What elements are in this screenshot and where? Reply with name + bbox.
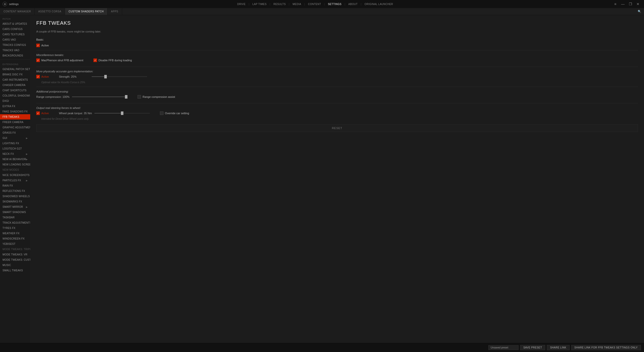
- close-button[interactable]: ✕: [634, 1, 641, 8]
- sidebar-item-rain-fx[interactable]: RAIN FX: [0, 183, 30, 188]
- sidebar-item-nice-screenshots[interactable]: NICE SCREENSHOTS: [0, 172, 30, 178]
- sidebar-item-grass-fx[interactable]: GRASS FX: [0, 130, 30, 135]
- sidebar-item-skidmarks-fx[interactable]: SKIDMARKS FX: [0, 199, 30, 204]
- tab-custom-shaders-patch[interactable]: CUSTOM SHADERS PATCH: [65, 8, 107, 15]
- sidebar-item-logitech-g27[interactable]: LOGITECH G27: [0, 146, 30, 151]
- gyro-hint: Optimal value for Assetto Corsa is 25%.: [41, 81, 638, 84]
- sidebar-item-particles-fx[interactable]: PARTICLES FX ▶: [0, 178, 30, 183]
- sidebar-item-smart-shadows[interactable]: SMART SHADOWS: [0, 210, 30, 215]
- nav-drive[interactable]: DRIVE: [237, 3, 246, 6]
- macpherson-checkbox[interactable]: [36, 58, 40, 62]
- sidebar-item-dxgi[interactable]: DXGI: [0, 98, 30, 104]
- share-ffb-link-button[interactable]: Share link for FFB Tweaks settings only: [571, 345, 641, 350]
- arrow-icon-3: ▶: [26, 137, 28, 139]
- output-active-checkbox[interactable]: [36, 111, 40, 115]
- range-compression-row: Range compression: 100%: [36, 95, 127, 98]
- nav-original-launcher[interactable]: ORIGINAL LAUNCHER: [364, 3, 393, 6]
- output-hint: Intended for Direct Drive Wheel users on…: [41, 118, 638, 120]
- nav-separator-4: |: [304, 3, 305, 6]
- sidebar-item-chat-shortcuts[interactable]: CHAT SHORTCUTS: [0, 88, 30, 93]
- sidebar-item-gui[interactable]: GUI ▶: [0, 135, 30, 141]
- restore-button[interactable]: ❐: [627, 1, 634, 8]
- range-compression-label: Range compression: 100%: [36, 95, 70, 98]
- sidebar-item-mode-tweaks-custom[interactable]: MODE TWEAKS: CUSTOM ▶: [0, 257, 30, 262]
- sidebar-item-fake-shadows[interactable]: FAKE SHADOWS FX: [0, 109, 30, 114]
- sidebar-item-general-patch[interactable]: GENERAL PATCH SETTINGS ▶: [0, 67, 30, 72]
- wheel-torque-row: Wheel peak torque: 35 Nm: [59, 112, 150, 115]
- arrow-icon-8: ▶: [26, 206, 28, 208]
- minimize-button[interactable]: —: [619, 1, 626, 8]
- disable-ffb-checkbox[interactable]: [93, 58, 97, 62]
- tab-content-manager[interactable]: CONTENT MANAGER: [0, 8, 35, 15]
- sidebar-item-track-adjustments[interactable]: TRACK ADJUSTMENTS: [0, 220, 30, 225]
- tab-apps[interactable]: APPS: [108, 8, 122, 15]
- wheel-torque-label: Wheel peak torque: 35 Nm: [59, 112, 92, 115]
- title-bar-left: ⚙ settings: [3, 2, 19, 6]
- strength-slider[interactable]: [92, 76, 147, 77]
- nav-separator-3: |: [289, 3, 290, 6]
- sidebar-item-small-tweaks[interactable]: SMALL TWEAKS: [0, 268, 30, 273]
- range-compression-thumb[interactable]: [125, 95, 127, 99]
- sidebar-item-cars-textures[interactable]: CARS TEXTURES: [0, 32, 30, 37]
- sidebar-item-yebisest[interactable]: YEBISEST: [0, 241, 30, 247]
- sidebar-item-lighting-fx[interactable]: LIGHTING FX: [0, 141, 30, 146]
- menu-button[interactable]: ≡: [612, 1, 619, 8]
- sidebar-item-freer-camera[interactable]: FREER CAMERA: [0, 120, 30, 125]
- nav-settings[interactable]: SETTINGS: [328, 3, 342, 6]
- save-preset-button[interactable]: Save preset: [520, 345, 545, 350]
- sidebar-item-cars-vao[interactable]: CARS VAO: [0, 37, 30, 42]
- extensions-section-label: Extensions: [0, 61, 30, 67]
- sidebar-item-tyres-fx[interactable]: TYRES FX: [0, 225, 30, 231]
- sidebar-item-music[interactable]: MUSIC: [0, 262, 30, 268]
- sidebar-item-weather-fx[interactable]: WEATHER FX: [0, 231, 30, 236]
- sidebar-item-shadowed-wheels[interactable]: SHADOWED WHEELS: [0, 194, 30, 199]
- share-link-button[interactable]: Share link: [547, 345, 569, 350]
- sidebar-item-tracks-vao[interactable]: TRACKS VAO: [0, 48, 30, 53]
- sidebar-item-ffb-tweaks[interactable]: FFB TWEAKS: [0, 114, 30, 120]
- sidebar-item-backgrounds[interactable]: BACKGROUNDS: [0, 53, 30, 58]
- preset-select[interactable]: Unsaved preset: [488, 345, 519, 350]
- sidebar-item-new-ai[interactable]: NEW AI BEHAVIOR ▶: [0, 157, 30, 162]
- sidebar-item-reflections-fx[interactable]: REFLECTIONS FX: [0, 188, 30, 194]
- reset-button[interactable]: Reset: [36, 124, 638, 132]
- sidebar-item-tracks-configs[interactable]: TRACKS CONFIGS: [0, 42, 30, 48]
- gyro-active-checkbox[interactable]: [36, 75, 40, 78]
- range-assist-label: Range compression assist: [143, 95, 175, 98]
- sidebar-item-cars-configs[interactable]: CARS CONFIGS: [0, 26, 30, 32]
- sidebar-item-chaser-camera[interactable]: CHASER CAMERA: [0, 82, 30, 88]
- strength-fill: [92, 76, 106, 77]
- sidebar-item-new-loading[interactable]: NEW LOADING SCREEN ▶: [0, 162, 30, 167]
- sep-3: [36, 87, 638, 87]
- sidebar-item-mode-tweaks-triple[interactable]: MODE TWEAKS: TRIPLE ▶: [0, 247, 30, 252]
- disable-ffb-row: Disable FFB during loading: [93, 58, 132, 62]
- sidebar-item-about-updates[interactable]: ABOUT & UPDATES: [0, 21, 30, 26]
- sidebar-item-car-instruments[interactable]: CAR INSTRUMENTS: [0, 77, 30, 82]
- app-title: settings: [9, 3, 19, 6]
- strength-thumb[interactable]: [104, 75, 107, 78]
- nav-about[interactable]: ABOUT: [348, 3, 358, 6]
- sidebar-item-windscreen-fx[interactable]: WINDSCREEN FX: [0, 236, 30, 241]
- tab-assetto-corsa[interactable]: ASSETTO CORSA: [35, 8, 65, 15]
- nav-laptimes[interactable]: LAP TIMES: [252, 3, 266, 6]
- sidebar-item-taskbar[interactable]: TASKBAR: [0, 215, 30, 220]
- sidebar-item-colorful-shadowing[interactable]: COLORFUL SHADOWING ▶: [0, 93, 30, 98]
- sidebar-item-smart-mirror[interactable]: SMART MIRROR ▶: [0, 204, 30, 210]
- override-checkbox[interactable]: [160, 111, 163, 115]
- sidebar-item-neck-fx[interactable]: NECK FX ▶: [0, 151, 30, 157]
- nav-results[interactable]: RESULTS: [274, 3, 286, 6]
- sidebar-item-new-modes[interactable]: NEW MODES: [0, 167, 30, 172]
- wheel-torque-thumb[interactable]: [121, 111, 123, 115]
- sidebar-item-mode-tweaks-vr[interactable]: MODE TWEAKS: VR: [0, 252, 30, 257]
- range-compression-slider[interactable]: [72, 97, 127, 97]
- nav-content[interactable]: CONTENT: [308, 3, 321, 6]
- basic-active-checkbox[interactable]: [36, 44, 40, 47]
- range-assist-checkbox[interactable]: [138, 95, 141, 99]
- search-icon[interactable]: 🔍: [637, 9, 642, 14]
- override-label: Override car setting: [165, 112, 189, 115]
- nav-media[interactable]: MEDIA: [293, 3, 301, 6]
- sidebar-item-graphic-adj[interactable]: GRAPHIC ADJUSTMENTS: [0, 125, 30, 130]
- title-bar: ⚙ settings DRIVE | LAP TIMES | RESULTS |…: [0, 0, 644, 8]
- sidebar-item-brake-disc[interactable]: BRAKE DISC FX: [0, 72, 30, 77]
- sidebar-item-extra-fx[interactable]: EXTRA FX: [0, 104, 30, 109]
- wheel-torque-slider[interactable]: [94, 113, 150, 113]
